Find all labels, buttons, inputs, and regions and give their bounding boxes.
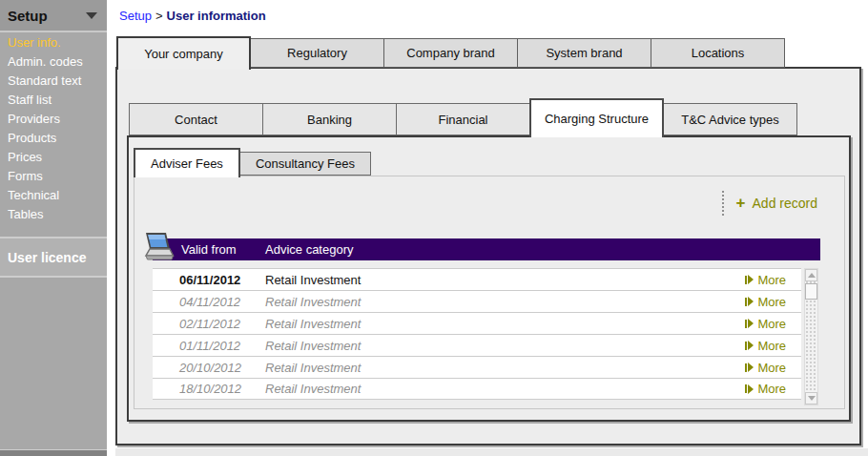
valid-from-cell: 04/11/2012 [179, 295, 240, 309]
scrollbar-thumb[interactable] [805, 283, 817, 300]
adviser-fees-content: + Add record Valid from Advice c [134, 176, 845, 409]
more-arrow-icon [745, 319, 754, 328]
sidebar-menu: User info.Admin. codesStandard textStaff… [0, 32, 107, 224]
scroll-up-button[interactable] [805, 269, 817, 281]
more-label: More [757, 273, 786, 287]
table-row: 06/11/2012Retail InvestmentMore [153, 268, 801, 290]
advice-category-cell: Retail Investment [265, 339, 361, 353]
tab-consultancy-fees[interactable]: Consultancy Fees [239, 152, 371, 176]
more-label: More [757, 295, 786, 309]
toolbar-separator [722, 191, 724, 216]
table-row: 01/11/2012Retail InvestmentMore [153, 334, 801, 356]
valid-from-cell: 01/11/2012 [179, 339, 240, 353]
sidebar-item-forms[interactable]: Forms [0, 167, 107, 186]
arrow-down-icon [808, 396, 816, 401]
plus-icon: + [736, 197, 746, 210]
more-link[interactable]: More [745, 339, 786, 353]
advice-category-cell: Retail Investment [265, 273, 361, 287]
more-link[interactable]: More [745, 295, 786, 309]
valid-from-cell: 18/10/2012 [179, 382, 241, 396]
table-row: 02/11/2012Retail InvestmentMore [153, 312, 801, 334]
sidebar-item-tables[interactable]: Tables [0, 205, 107, 224]
tab-system-brand[interactable]: System brand [517, 38, 651, 68]
more-link[interactable]: More [745, 361, 786, 375]
sidebar-item-technical[interactable]: Technical [0, 186, 107, 205]
table-scrollbar[interactable] [804, 268, 818, 405]
advice-category-cell: Retail Investment [265, 317, 361, 331]
charging-structure-panel: Adviser FeesConsultancy Fees + Add recor… [127, 135, 851, 422]
sidebar-item-staff-list[interactable]: Staff list [0, 91, 107, 110]
tab-t-c-advice-types[interactable]: T&C Advice types [663, 103, 797, 135]
table-row: 20/10/2012Retail InvestmentMore [153, 356, 801, 378]
primary-tabs: Your companyRegulatoryCompany brandSyste… [116, 36, 784, 68]
sidebar-dropdown-header[interactable]: Setup [0, 0, 107, 32]
table-header: Valid from Advice category [153, 238, 820, 260]
sidebar-item-standard-text[interactable]: Standard text [0, 72, 107, 91]
secondary-tabs: ContactBankingFinancialCharging Structur… [129, 98, 796, 135]
tab-adviser-fees[interactable]: Adviser Fees [134, 148, 240, 177]
more-arrow-icon [745, 384, 754, 394]
more-arrow-icon [745, 275, 754, 284]
table-row: 04/11/2012Retail InvestmentMore [153, 290, 801, 312]
more-arrow-icon [745, 363, 754, 372]
add-record-label: Add record [753, 196, 817, 211]
more-label: More [757, 317, 786, 331]
more-label: More [757, 382, 786, 396]
table-body: 06/11/2012Retail InvestmentMore04/11/201… [153, 268, 801, 400]
more-arrow-icon [745, 341, 754, 350]
more-label: More [757, 339, 786, 353]
sidebar-item-user-info[interactable]: User info. [0, 33, 107, 52]
tab-regulatory[interactable]: Regulatory [250, 38, 384, 68]
fee-tabs: Adviser FeesConsultancy Fees [134, 148, 370, 176]
column-header-advice-category: Advice category [265, 242, 354, 257]
breadcrumb-separator: > [155, 9, 163, 23]
main-content: Setup>User information Your companyRegul… [115, 0, 868, 456]
more-label: More [757, 361, 786, 375]
sidebar-item-providers[interactable]: Providers [0, 110, 107, 129]
sidebar-item-products[interactable]: Products [0, 129, 107, 148]
advice-category-cell: Retail Investment [265, 361, 361, 375]
sidebar-item-prices[interactable]: Prices [0, 148, 107, 167]
sidebar-section-user-licence[interactable]: User licence [0, 237, 107, 278]
more-link[interactable]: More [745, 273, 786, 287]
page-bottom-strip [115, 448, 868, 456]
sidebar-item-admin-codes[interactable]: Admin. codes [0, 52, 107, 72]
breadcrumb-current: User information [167, 9, 266, 23]
tab-banking[interactable]: Banking [262, 103, 397, 135]
valid-from-cell: 20/10/2012 [179, 361, 241, 375]
your-company-panel: ContactBankingFinancialCharging Structur… [115, 67, 861, 446]
breadcrumb: Setup>User information [119, 9, 266, 23]
more-link[interactable]: More [745, 382, 786, 396]
tab-your-company[interactable]: Your company [116, 36, 251, 70]
column-header-valid-from: Valid from [181, 242, 237, 257]
more-link[interactable]: More [745, 317, 786, 331]
tab-contact[interactable]: Contact [129, 103, 263, 135]
valid-from-cell: 02/11/2012 [179, 317, 240, 331]
add-record-button[interactable]: + Add record [736, 196, 817, 211]
sidebar: Setup User info.Admin. codesStandard tex… [0, 0, 107, 456]
scroll-down-button[interactable] [805, 392, 817, 404]
tab-company-brand[interactable]: Company brand [383, 38, 518, 68]
valid-from-cell: 06/11/2012 [179, 273, 240, 287]
sidebar-bottom-strip [0, 449, 107, 456]
toolbar: + Add record [722, 189, 817, 218]
computer-icon [137, 231, 176, 267]
advice-category-cell: Retail Investment [265, 382, 361, 396]
tab-financial[interactable]: Financial [396, 103, 530, 135]
tab-locations[interactable]: Locations [651, 38, 785, 68]
sidebar-section-label: User licence [8, 250, 87, 265]
chevron-down-icon [86, 12, 97, 19]
sidebar-title: Setup [8, 8, 48, 24]
tab-charging-structure[interactable]: Charging Structure [529, 98, 664, 137]
breadcrumb-link-setup[interactable]: Setup [119, 9, 152, 23]
advice-category-cell: Retail Investment [265, 295, 361, 309]
table-row: 18/10/2012Retail InvestmentMore [153, 378, 801, 400]
arrow-up-icon [808, 273, 816, 278]
more-arrow-icon [745, 297, 754, 306]
